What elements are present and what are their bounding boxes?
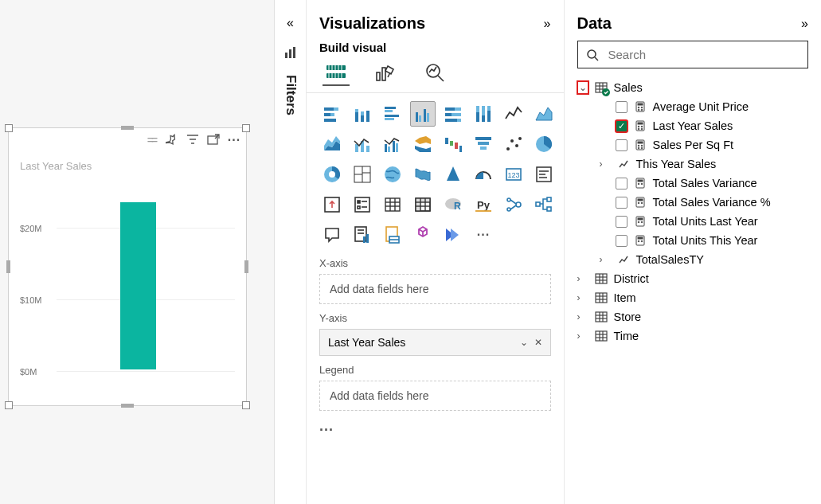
chevron-right-icon[interactable]: › xyxy=(577,292,588,303)
filled-map-icon[interactable] xyxy=(410,162,436,187)
chevron-down-icon[interactable]: ⌄ xyxy=(520,337,528,348)
clustered-bar-icon[interactable] xyxy=(380,101,405,127)
checkbox[interactable] xyxy=(616,178,627,189)
remove-icon[interactable]: ✕ xyxy=(534,337,542,348)
checkbox[interactable] xyxy=(616,101,627,113)
field-total-sales-ty[interactable]: › TotalSalesTY xyxy=(577,250,809,269)
resize-handle[interactable] xyxy=(5,124,13,132)
search-input[interactable] xyxy=(607,47,800,62)
chevron-down-icon[interactable]: ⌄ xyxy=(577,81,588,94)
resize-handle[interactable] xyxy=(242,124,250,132)
azure-map-icon[interactable] xyxy=(440,162,466,187)
narrative-icon[interactable] xyxy=(350,222,375,248)
checkbox[interactable] xyxy=(616,235,627,247)
table-time[interactable]: › Time xyxy=(577,326,809,346)
legend-well[interactable]: Add data fields here xyxy=(319,381,551,411)
checkbox[interactable] xyxy=(616,197,627,209)
power-automate-icon[interactable] xyxy=(440,222,466,248)
slicer-icon[interactable] xyxy=(350,192,375,217)
card-icon[interactable]: 123 xyxy=(501,162,526,187)
field-last-year-sales[interactable]: ✓ Last Year Sales xyxy=(577,116,809,135)
filters-pane-collapsed[interactable]: « Filters xyxy=(275,0,307,504)
field-chip-label: Last Year Sales xyxy=(328,336,405,349)
matrix-icon[interactable] xyxy=(410,192,436,217)
analytics-tab[interactable] xyxy=(421,59,448,86)
bar[interactable] xyxy=(120,202,156,369)
chevron-right-icon[interactable]: › xyxy=(600,254,611,265)
chevron-right-icon[interactable]: › xyxy=(577,273,588,284)
pie-icon[interactable] xyxy=(531,131,557,157)
table-sales[interactable]: ⌄ Sales xyxy=(577,78,809,97)
chevron-right-icon[interactable]: › xyxy=(577,311,588,322)
field-sales-per-sqft[interactable]: Sales Per Sq Ft xyxy=(577,135,809,154)
donut-icon[interactable] xyxy=(319,162,345,187)
hundred-stacked-column-icon[interactable] xyxy=(471,101,496,127)
format-visual-tab[interactable] xyxy=(372,59,399,86)
decomposition-tree-icon[interactable] xyxy=(531,192,557,217)
field-total-units-this-year[interactable]: Total Units This Year xyxy=(577,231,809,250)
build-visual-tab[interactable] xyxy=(323,59,350,86)
resize-handle[interactable] xyxy=(242,401,250,409)
search-box[interactable] xyxy=(577,41,809,68)
hundred-stacked-bar-icon[interactable] xyxy=(440,101,466,127)
table-icon[interactable] xyxy=(380,192,405,217)
stacked-bar-icon[interactable] xyxy=(319,101,345,127)
filter-icon[interactable] xyxy=(186,133,200,147)
chevron-right-icon[interactable]: › xyxy=(600,158,611,170)
key-influencers-icon[interactable] xyxy=(501,192,526,217)
collapse-icon[interactable]: » xyxy=(544,17,551,31)
bar-chart-visual[interactable]: == ··· Last Year Sales $0M $10M $20M xyxy=(8,127,247,406)
ribbon-chart-icon[interactable] xyxy=(410,131,436,157)
collapse-icon[interactable]: » xyxy=(801,17,808,31)
gauge-icon[interactable] xyxy=(471,162,496,187)
expand-icon[interactable]: « xyxy=(287,16,294,30)
map-icon[interactable] xyxy=(380,162,405,187)
drag-icon[interactable]: == xyxy=(144,133,158,147)
field-avg-unit-price[interactable]: Average Unit Price xyxy=(577,97,809,116)
waterfall-icon[interactable] xyxy=(440,131,466,157)
more-icon[interactable]: ··· xyxy=(227,133,241,147)
qa-visual-icon[interactable] xyxy=(319,222,345,248)
resize-handle[interactable] xyxy=(244,260,248,273)
focus-icon[interactable] xyxy=(206,133,221,147)
svg-rect-31 xyxy=(385,107,396,109)
checkbox[interactable] xyxy=(616,216,627,228)
py-visual-icon[interactable]: Py xyxy=(471,192,496,217)
resize-handle[interactable] xyxy=(121,404,134,408)
paginated-report-icon[interactable] xyxy=(380,222,405,248)
chevron-right-icon[interactable]: › xyxy=(577,330,588,342)
field-this-year-sales[interactable]: › This Year Sales xyxy=(577,154,809,174)
pin-icon[interactable] xyxy=(165,133,179,147)
more-visuals-icon[interactable]: ··· xyxy=(471,222,496,248)
clustered-column-icon[interactable] xyxy=(410,101,436,127)
checkbox[interactable] xyxy=(616,139,627,151)
funnel-icon[interactable] xyxy=(471,131,496,157)
resize-handle[interactable] xyxy=(5,401,13,409)
scatter-icon[interactable] xyxy=(501,131,526,157)
resize-handle[interactable] xyxy=(121,126,134,130)
appsource-icon[interactable] xyxy=(410,222,436,248)
treemap-icon[interactable] xyxy=(350,162,375,187)
stacked-area-icon[interactable] xyxy=(319,131,345,157)
table-item[interactable]: › Item xyxy=(577,288,809,307)
field-total-units-last-year[interactable]: Total Units Last Year xyxy=(577,212,809,231)
more-fields-icon[interactable]: ··· xyxy=(319,422,551,439)
line-stacked-column-icon[interactable] xyxy=(350,131,375,157)
y-axis-field-chip[interactable]: Last Year Sales ⌄ ✕ xyxy=(319,329,551,356)
x-axis-well[interactable]: Add data fields here xyxy=(319,274,551,304)
report-canvas[interactable]: == ··· Last Year Sales $0M $10M $20M xyxy=(0,0,275,504)
line-clustered-column-icon[interactable] xyxy=(380,131,405,157)
multirow-card-icon[interactable] xyxy=(531,162,557,187)
area-chart-icon[interactable] xyxy=(531,101,557,127)
field-total-sales-variance-pct[interactable]: Total Sales Variance % xyxy=(577,193,809,212)
checkbox-checked[interactable]: ✓ xyxy=(616,120,627,132)
r-visual-icon[interactable]: R xyxy=(440,192,466,217)
field-total-sales-variance[interactable]: Total Sales Variance xyxy=(577,174,809,193)
table-district[interactable]: › District xyxy=(577,269,809,288)
table-store[interactable]: › Store xyxy=(577,307,809,326)
resize-handle[interactable] xyxy=(6,260,10,273)
line-chart-icon[interactable] xyxy=(501,101,526,127)
kpi-icon[interactable] xyxy=(319,192,345,217)
field-label: This Year Sales xyxy=(636,158,717,170)
stacked-column-icon[interactable] xyxy=(350,101,375,127)
